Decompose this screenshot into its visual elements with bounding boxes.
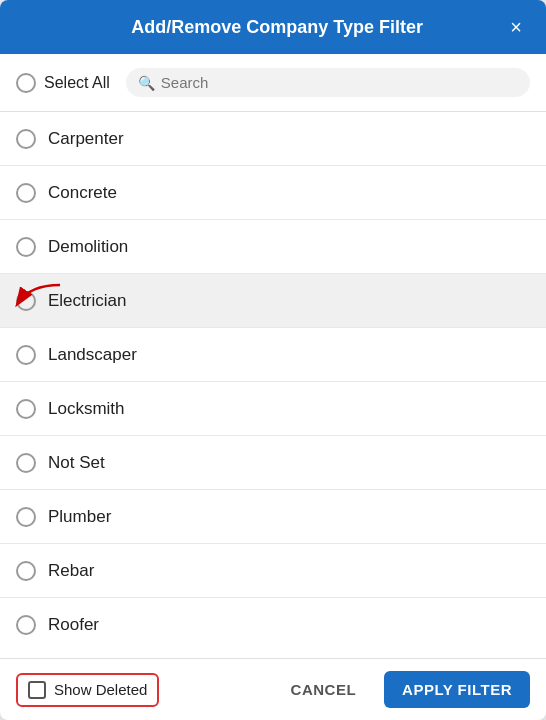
list-item-label: Locksmith bbox=[48, 399, 125, 419]
list-item-radio[interactable] bbox=[16, 507, 36, 527]
list-item[interactable]: Landscaper bbox=[0, 328, 546, 382]
list-item-label: Not Set bbox=[48, 453, 105, 473]
list-item-label: Demolition bbox=[48, 237, 128, 257]
footer-buttons: CANCEL APPLY FILTER bbox=[273, 671, 530, 708]
show-deleted-label: Show Deleted bbox=[54, 681, 147, 698]
cancel-button[interactable]: CANCEL bbox=[273, 671, 375, 708]
list-item-radio[interactable] bbox=[16, 615, 36, 635]
list-item-radio[interactable] bbox=[16, 453, 36, 473]
list-item-radio[interactable] bbox=[16, 237, 36, 257]
list-item[interactable]: Demolition bbox=[0, 220, 546, 274]
select-all-radio[interactable] bbox=[16, 73, 36, 93]
list-item-label: Rebar bbox=[48, 561, 94, 581]
list-item-radio[interactable] bbox=[16, 129, 36, 149]
list-item-label: Carpenter bbox=[48, 129, 124, 149]
modal-container: Add/Remove Company Type Filter × Select … bbox=[0, 0, 546, 720]
list-item-radio[interactable] bbox=[16, 183, 36, 203]
show-deleted-row[interactable]: Show Deleted bbox=[16, 673, 159, 707]
select-all-row[interactable]: Select All bbox=[16, 73, 110, 93]
top-bar: Select All 🔍 bbox=[0, 54, 546, 112]
modal-header: Add/Remove Company Type Filter × bbox=[0, 0, 546, 54]
list-item[interactable]: Rebar bbox=[0, 544, 546, 598]
list-item-radio[interactable] bbox=[16, 561, 36, 581]
close-button[interactable]: × bbox=[506, 13, 526, 41]
list-item[interactable]: Not Set bbox=[0, 436, 546, 490]
list-item[interactable]: Locksmith bbox=[0, 382, 546, 436]
search-input[interactable] bbox=[161, 74, 518, 91]
list-item-label: Landscaper bbox=[48, 345, 137, 365]
list-item-radio[interactable] bbox=[16, 345, 36, 365]
search-box: 🔍 bbox=[126, 68, 530, 97]
list-item-radio[interactable] bbox=[16, 399, 36, 419]
footer: Show Deleted CANCEL APPLY FILTER bbox=[0, 658, 546, 720]
list-item[interactable]: Electrician bbox=[0, 274, 546, 328]
list-item-label: Concrete bbox=[48, 183, 117, 203]
list-item-label: Electrician bbox=[48, 291, 126, 311]
modal-title: Add/Remove Company Type Filter bbox=[48, 17, 506, 38]
list-item[interactable]: Concrete bbox=[0, 166, 546, 220]
show-deleted-checkbox[interactable] bbox=[28, 681, 46, 699]
list-item-label: Roofer bbox=[48, 615, 99, 635]
list-item-label: Plumber bbox=[48, 507, 111, 527]
select-all-label: Select All bbox=[44, 74, 110, 92]
list-item[interactable]: Carpenter bbox=[0, 112, 546, 166]
list-item[interactable]: Roofer bbox=[0, 598, 546, 652]
list-item[interactable]: Plumber bbox=[0, 490, 546, 544]
search-icon: 🔍 bbox=[138, 75, 155, 91]
list-area: CarpenterConcreteDemolitionElectrician L… bbox=[0, 112, 546, 658]
apply-filter-button[interactable]: APPLY FILTER bbox=[384, 671, 530, 708]
list-item-radio[interactable] bbox=[16, 291, 36, 311]
